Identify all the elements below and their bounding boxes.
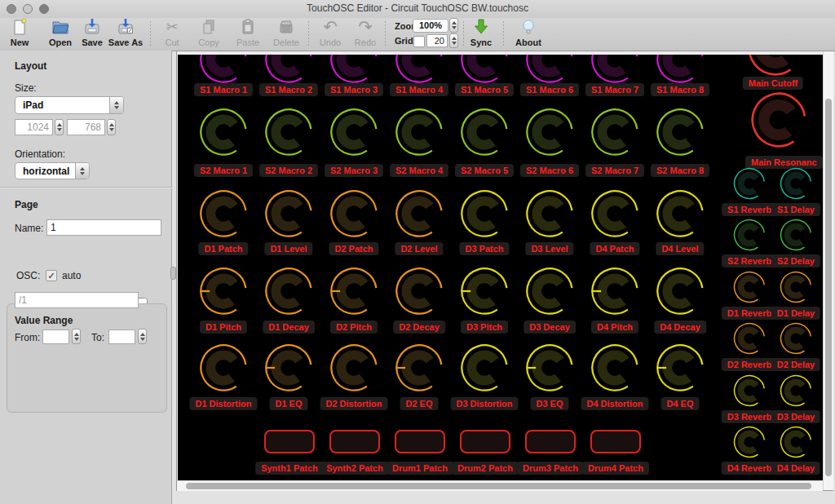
- object-label[interactable]: D3 Delay: [771, 410, 820, 423]
- rotary-knob[interactable]: [395, 55, 444, 87]
- rotary-knob[interactable]: [264, 343, 313, 396]
- rotary-knob[interactable]: [329, 55, 378, 87]
- object-label[interactable]: D4 EQ: [660, 397, 699, 410]
- rotary-knob[interactable]: [750, 91, 807, 152]
- rotary-knob[interactable]: [590, 267, 639, 319]
- object-label[interactable]: D3 Pitch: [461, 321, 508, 334]
- object-label[interactable]: S1 Macro 6: [520, 83, 579, 96]
- object-label[interactable]: Drum2 Patch: [452, 462, 519, 475]
- object-label[interactable]: Drum1 Patch: [387, 462, 453, 475]
- rotary-knob[interactable]: [460, 108, 509, 160]
- object-label[interactable]: S2 Macro 3: [325, 164, 383, 177]
- object-label[interactable]: S1 Macro 4: [390, 83, 448, 96]
- splitter-handle[interactable]: [170, 267, 176, 280]
- object-label[interactable]: Synth1 Patch: [255, 462, 324, 475]
- object-label[interactable]: D2 Delay: [771, 358, 820, 371]
- object-label[interactable]: D2 Pitch: [330, 321, 378, 334]
- rotary-knob[interactable]: [780, 426, 812, 462]
- rotary-knob[interactable]: [329, 267, 378, 319]
- object-label[interactable]: D3 Reverb: [722, 410, 777, 423]
- horizontal-scrollbar[interactable]: [177, 480, 823, 491]
- object-label[interactable]: D1 Delay: [771, 307, 820, 320]
- layout-height-field[interactable]: 768: [67, 119, 105, 135]
- save-as-button[interactable]: Save As: [107, 18, 144, 51]
- rotary-knob[interactable]: [460, 55, 509, 87]
- size-select[interactable]: iPad: [15, 96, 124, 114]
- patch-push-button[interactable]: [395, 430, 445, 453]
- rotary-knob[interactable]: [590, 55, 639, 87]
- orientation-select[interactable]: horizontal: [15, 162, 90, 179]
- object-label[interactable]: S1 Macro 5: [455, 83, 514, 96]
- range-from-field[interactable]: [42, 329, 69, 344]
- rotary-knob[interactable]: [199, 343, 248, 396]
- rotary-knob[interactable]: [199, 108, 248, 160]
- grid-checkbox[interactable]: [413, 36, 425, 47]
- undo-button[interactable]: ↶ Undo: [311, 18, 349, 51]
- grid-stepper[interactable]: [449, 33, 458, 48]
- object-label[interactable]: S2 Delay: [771, 254, 820, 267]
- rotary-knob[interactable]: [264, 108, 313, 160]
- rotary-knob[interactable]: [733, 219, 766, 254]
- range-to-field[interactable]: [108, 329, 135, 344]
- rotary-knob[interactable]: [590, 343, 639, 396]
- rotary-knob[interactable]: [733, 374, 766, 410]
- about-button[interactable]: About: [510, 18, 547, 51]
- osc-address-field[interactable]: /1: [15, 292, 139, 308]
- object-label[interactable]: D1 EQ: [269, 397, 307, 410]
- rotary-knob[interactable]: [733, 322, 766, 358]
- object-label[interactable]: D1 Distortion: [189, 397, 257, 410]
- rotary-knob[interactable]: [590, 189, 639, 241]
- rotary-knob[interactable]: [780, 322, 812, 358]
- rotary-knob[interactable]: [656, 108, 705, 160]
- layout-canvas[interactable]: S1 Macro 1S1 Macro 2S1 Macro 3S1 Macro 4…: [178, 55, 823, 480]
- layout-width-field[interactable]: 1024: [15, 119, 53, 135]
- object-label[interactable]: D3 Level: [525, 242, 573, 255]
- width-stepper[interactable]: [55, 119, 64, 135]
- object-label[interactable]: S1 Macro 7: [585, 83, 644, 96]
- object-label[interactable]: D1 Level: [264, 242, 312, 255]
- rotary-knob[interactable]: [733, 167, 766, 203]
- object-label[interactable]: S1 Macro 2: [259, 83, 318, 96]
- patch-push-button[interactable]: [590, 430, 641, 453]
- new-button[interactable]: New: [1, 18, 38, 51]
- sync-button[interactable]: Sync: [462, 18, 500, 51]
- object-label[interactable]: D3 Decay: [524, 321, 576, 334]
- patch-push-button[interactable]: [329, 430, 380, 453]
- patch-push-button[interactable]: [460, 430, 510, 453]
- rotary-knob[interactable]: [199, 267, 248, 319]
- rotary-knob[interactable]: [525, 267, 574, 319]
- delete-button[interactable]: Delete: [267, 18, 305, 51]
- object-label[interactable]: D3 Distortion: [450, 397, 518, 410]
- object-label[interactable]: Drum3 Patch: [517, 462, 584, 475]
- object-label[interactable]: S2 Macro 6: [520, 164, 579, 177]
- object-label[interactable]: D1 Decay: [263, 321, 315, 334]
- rotary-knob[interactable]: [329, 189, 378, 241]
- patch-push-button[interactable]: [525, 430, 576, 453]
- rotary-knob[interactable]: [395, 189, 444, 241]
- object-label[interactable]: D2 Patch: [329, 242, 378, 255]
- object-label[interactable]: S2 Macro 7: [585, 164, 644, 177]
- rotary-knob[interactable]: [264, 55, 313, 87]
- rotary-knob[interactable]: [395, 343, 444, 396]
- object-label[interactable]: Synth2 Patch: [320, 462, 389, 475]
- object-label[interactable]: D2 Reverb: [722, 358, 777, 371]
- rotary-knob[interactable]: [460, 189, 509, 241]
- object-label[interactable]: S1 Macro 8: [651, 83, 709, 96]
- object-label[interactable]: D4 Distortion: [581, 397, 648, 410]
- object-label[interactable]: D4 Decay: [654, 321, 706, 334]
- object-label[interactable]: S2 Reverb: [722, 254, 777, 267]
- object-label[interactable]: S1 Reverb: [722, 203, 777, 216]
- vertical-scrollbar-thumb[interactable]: [825, 99, 832, 476]
- paste-button[interactable]: Paste: [229, 18, 267, 51]
- cut-button[interactable]: ✂ Cut: [153, 18, 191, 51]
- object-label[interactable]: S1 Macro 3: [325, 83, 383, 96]
- from-stepper[interactable]: [72, 329, 81, 344]
- object-label[interactable]: S2 Macro 5: [455, 164, 514, 177]
- object-label[interactable]: D4 Reverb: [722, 462, 777, 475]
- object-label[interactable]: D1 Patch: [198, 242, 248, 255]
- object-label[interactable]: S2 Macro 2: [259, 164, 318, 177]
- object-label[interactable]: D2 Level: [395, 242, 443, 255]
- copy-button[interactable]: Copy: [190, 18, 228, 51]
- zoom-select[interactable]: 100%: [413, 19, 448, 33]
- rotary-knob[interactable]: [733, 426, 766, 462]
